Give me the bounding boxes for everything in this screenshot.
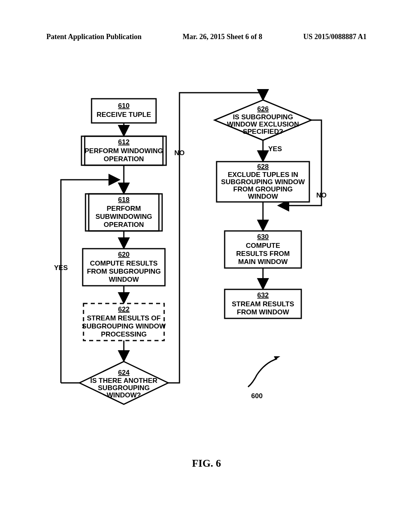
num-612: 612 xyxy=(118,138,129,146)
label-yes2: YES xyxy=(268,145,282,153)
ref-600: 600 xyxy=(251,392,263,400)
num-618: 618 xyxy=(118,196,129,204)
text-618-2: SUBWINDOWING xyxy=(96,213,152,220)
text-622-3: PROCESSING xyxy=(101,330,146,338)
text-618-1: PERFORM xyxy=(107,205,141,212)
text-618-3: OPERATION xyxy=(104,221,144,229)
page-header: Patent Application Publication Mar. 26, … xyxy=(0,33,413,40)
figure-label: FIG. 6 xyxy=(0,457,413,470)
text-610-1: RECEIVE TUPLE xyxy=(96,111,151,118)
text-624-1: IS THERE ANOTHER xyxy=(90,377,158,384)
text-626-3: SPECIFIED? xyxy=(243,128,283,135)
num-626: 626 xyxy=(257,105,269,113)
label-no2: NO xyxy=(316,191,327,199)
flowchart: 610 RECEIVE TUPLE 612 PERFORM WINDOWING … xyxy=(39,77,374,447)
text-626-2: WINDOW EXCLUSION xyxy=(227,121,299,128)
text-628-3: FROM GROUPING xyxy=(233,185,292,193)
num-630: 630 xyxy=(257,233,269,241)
text-620-2: FROM SUBGROUPING xyxy=(87,268,161,275)
ref-squiggle xyxy=(248,359,277,387)
header-right: US 2015/0088887 A1 xyxy=(303,33,367,40)
text-630-2: RESULTS FROM xyxy=(236,250,290,258)
num-624: 624 xyxy=(118,369,130,376)
text-632-2: FROM WINDOW xyxy=(237,308,289,316)
text-632-1: STREAM RESULTS xyxy=(232,300,294,308)
text-620-1: COMPUTE RESULTS xyxy=(90,260,158,267)
text-624-2: SUBGROUPING xyxy=(98,384,150,392)
page: Patent Application Publication Mar. 26, … xyxy=(0,0,413,532)
num-622: 622 xyxy=(118,305,129,313)
text-630-1: COMPUTE xyxy=(246,242,280,249)
text-628-1: EXCLUDE TUPLES IN xyxy=(228,171,298,179)
num-632: 632 xyxy=(257,291,269,299)
text-628-2: SUBGROUPING WINDOW xyxy=(221,178,305,186)
text-624-3: WINDOW? xyxy=(107,391,141,399)
header-center: Mar. 26, 2015 Sheet 6 of 8 xyxy=(183,33,262,40)
header-left: Patent Application Publication xyxy=(46,33,142,40)
text-622-1: STREAM RESULTS OF xyxy=(87,314,161,322)
label-yes1: YES xyxy=(54,264,68,272)
num-628: 628 xyxy=(257,163,269,170)
text-620-3: WINDOW xyxy=(109,276,140,283)
text-612-1: PERFORM WINDOWING xyxy=(85,147,163,155)
text-630-3: MAIN WINDOW xyxy=(238,258,288,266)
text-626-1: IS SUBGROUPING xyxy=(233,113,293,121)
text-612-2: OPERATION xyxy=(104,155,144,163)
num-610: 610 xyxy=(118,102,129,110)
num-620: 620 xyxy=(118,251,129,258)
label-no1: NO xyxy=(174,149,185,157)
text-628-4: WINDOW xyxy=(248,193,279,200)
text-622-2: SUBGROUPING WINDOW xyxy=(82,322,166,330)
